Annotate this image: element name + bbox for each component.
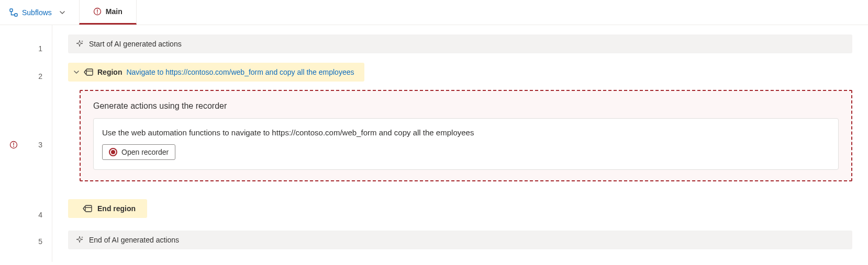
recorder-title: Generate actions using the recorder: [93, 101, 839, 111]
line-number: 5: [0, 231, 52, 252]
svg-point-4: [97, 13, 98, 14]
error-icon: [9, 141, 18, 149]
subflows-label: Subflows: [22, 8, 52, 17]
line-number: 1: [0, 34, 52, 63]
sparkle-icon: [75, 40, 84, 48]
flow-icon: [9, 8, 18, 17]
svg-rect-10: [85, 205, 92, 212]
tab-main[interactable]: Main: [79, 0, 137, 25]
end-region-label: End region: [97, 204, 136, 213]
region-description: Navigate to https://contoso.com/web_form…: [126, 68, 354, 76]
action-region-start[interactable]: Region Navigate to https://contoso.com/w…: [68, 63, 364, 82]
top-bar: Subflows Main: [0, 0, 868, 25]
open-recorder-button[interactable]: Open recorder: [102, 144, 175, 160]
record-icon: [109, 148, 117, 156]
line-number: 3: [0, 90, 52, 199]
region-icon: [84, 68, 93, 76]
svg-rect-1: [15, 14, 17, 16]
subflows-dropdown[interactable]: Subflows: [0, 0, 75, 25]
action-label: End of AI generated actions: [89, 236, 179, 244]
line-gutter: 1 2 3 4 5: [0, 25, 52, 262]
action-end-ai[interactable]: End of AI generated actions: [68, 231, 852, 249]
editor-area: Start of AI generated actions Region Nav…: [52, 25, 868, 262]
open-recorder-label: Open recorder: [121, 148, 169, 156]
line-number: 4: [0, 199, 52, 231]
chevron-down-icon: [59, 9, 65, 16]
workspace: 1 2 3 4 5 Start of AI generated actions: [0, 25, 868, 262]
svg-rect-0: [10, 9, 13, 11]
svg-point-7: [13, 146, 14, 147]
error-icon: [93, 7, 102, 16]
line-number: 2: [0, 63, 52, 90]
recorder-description: Use the web automation functions to navi…: [102, 128, 830, 137]
svg-rect-8: [86, 69, 93, 75]
recorder-card: Use the web automation functions to navi…: [93, 118, 839, 170]
action-start-ai[interactable]: Start of AI generated actions: [68, 34, 852, 53]
region-icon: [83, 205, 92, 212]
action-region-end[interactable]: End region: [68, 199, 147, 218]
region-title: Region: [97, 68, 122, 76]
chevron-down-icon[interactable]: [73, 69, 80, 75]
tab-label: Main: [106, 7, 123, 16]
recorder-placeholder: Generate actions using the recorder Use …: [80, 90, 852, 181]
action-label: Start of AI generated actions: [89, 40, 182, 48]
sparkle-icon: [75, 236, 84, 244]
